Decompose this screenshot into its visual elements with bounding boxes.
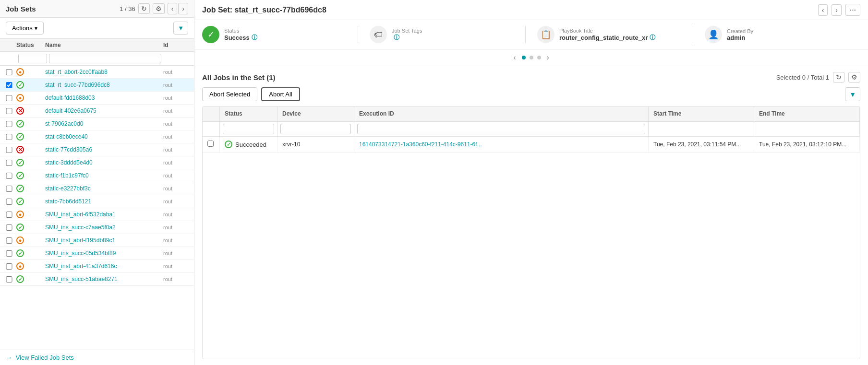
table-row[interactable]: ● default-fdd1688d03 rout xyxy=(0,92,194,105)
row-link[interactable]: SMU_ins_succ-c7aae5f0a2 xyxy=(45,224,163,231)
row-checkbox[interactable] xyxy=(2,237,16,244)
abort-all-button[interactable]: Abort All xyxy=(261,87,300,101)
carousel-next-button[interactable]: › xyxy=(545,53,551,62)
table-row[interactable]: ● SMU_inst_abrt-f195db89c1 rout xyxy=(0,234,194,247)
row-checkbox[interactable] xyxy=(2,108,16,114)
row-link[interactable]: default-fdd1688d03 xyxy=(45,94,163,101)
row-link[interactable]: default-402e6a0675 xyxy=(45,107,163,114)
tags-info-icon[interactable]: ⓘ xyxy=(394,34,399,42)
row-link[interactable]: SMU_ins_succ-51abae8271 xyxy=(45,276,163,283)
refresh-button[interactable]: ↻ xyxy=(138,3,150,14)
table-row[interactable]: ● SMU_inst_abrt-6f532daba1 rout xyxy=(0,208,194,221)
device-filter-input[interactable] xyxy=(280,124,351,134)
id-col-header: Id xyxy=(163,42,192,48)
arrow-right-icon: → xyxy=(6,354,12,361)
row-checkbox[interactable] xyxy=(2,160,16,166)
row-checkbox[interactable] xyxy=(2,173,16,179)
row-link[interactable]: static-f1b1c97fc0 xyxy=(45,172,163,179)
select-col-header xyxy=(203,106,220,121)
status-value: Success ⓘ xyxy=(224,34,257,42)
table-row[interactable]: ✓ SMU_ins_succ-51abae8271 rout xyxy=(0,273,194,286)
actions-button[interactable]: Actions ▾ xyxy=(6,22,44,35)
jobs-section-title: All Jobs in the Set (1) xyxy=(202,73,276,82)
name-filter-input[interactable] xyxy=(49,54,161,63)
table-row[interactable]: ✓ statc-7bb6dd5121 rout xyxy=(0,195,194,208)
status-jobs-filter-input[interactable] xyxy=(223,124,274,134)
job-status-value: ✓ succeeded xyxy=(225,141,272,148)
table-row[interactable]: ✓ SMU_ins_succ-05d534bf89 rout xyxy=(0,247,194,260)
row-link[interactable]: SMU_inst_abrt-6f532daba1 xyxy=(45,211,163,218)
status-info-icon[interactable]: ⓘ xyxy=(252,34,257,42)
carousel-prev-button[interactable]: ‹ xyxy=(511,53,518,62)
row-link[interactable]: static-e3227bbf3c xyxy=(45,185,163,192)
row-link[interactable]: SMU_inst_abrt-41a37d616c xyxy=(45,263,163,270)
execution-id-filter-input[interactable] xyxy=(357,124,645,134)
row-link[interactable]: static-77cdd305a6 xyxy=(45,146,163,153)
row-checkbox[interactable] xyxy=(2,186,16,192)
carousel-dot-3[interactable] xyxy=(537,56,541,59)
status-success-icon: ✓ xyxy=(202,26,219,43)
table-row[interactable]: ✓ st-79062ac0d0 rout xyxy=(0,118,194,130)
tags-value: ⓘ xyxy=(392,34,422,42)
row-link[interactable]: stat_rt_abort-2cc0ffaab8 xyxy=(45,69,163,75)
nav-next-button[interactable]: › xyxy=(178,3,188,14)
row-link[interactable]: SMU_inst_abrt-f195db89c1 xyxy=(45,237,163,244)
job-row-checkbox[interactable] xyxy=(207,141,214,147)
carousel-dot-1[interactable] xyxy=(522,56,526,59)
status-filter-cell xyxy=(220,122,277,136)
playbook-info-icon[interactable]: ⓘ xyxy=(650,34,655,42)
carousel-dot-2[interactable] xyxy=(530,56,533,59)
start-time-col-header: Start Time xyxy=(649,106,754,121)
row-checkbox[interactable] xyxy=(2,121,16,127)
table-row[interactable]: ✓ static-3dddd5e4d0 rout xyxy=(0,156,194,169)
row-checkbox[interactable] xyxy=(2,263,16,270)
table-row[interactable]: ✓ stat-c8bb0ece40 rout xyxy=(0,130,194,143)
table-row[interactable]: ✓ static-e3227bbf3c rout xyxy=(0,182,194,195)
actions-label: Actions xyxy=(12,24,33,32)
row-checkbox[interactable] xyxy=(2,250,16,257)
row-checkbox[interactable] xyxy=(2,69,16,75)
nav-prev-button[interactable]: ‹ xyxy=(168,3,178,14)
jobs-refresh-button[interactable]: ↻ xyxy=(833,72,844,82)
table-row[interactable]: ✓ static-f1b1c97fc0 rout xyxy=(0,169,194,182)
row-link[interactable]: stat_rt_succ-77bd696dc8 xyxy=(45,82,163,88)
row-checkbox[interactable] xyxy=(2,82,16,88)
error-icon: ✕ xyxy=(16,146,24,153)
table-row[interactable]: ✓ stat_rt_succ-77bd696dc8 rout xyxy=(0,79,194,92)
filter-button[interactable]: ▼ xyxy=(173,22,188,35)
row-link[interactable]: stat-c8bb0ece40 xyxy=(45,133,163,140)
more-options-button[interactable]: ⋯ xyxy=(845,4,860,16)
abort-icon: ● xyxy=(16,68,24,76)
jobs-filter-button[interactable]: ▼ xyxy=(845,87,860,101)
row-link[interactable]: SMU_ins_succ-05d534bf89 xyxy=(45,250,163,257)
abort-selected-button[interactable]: Abort Selected xyxy=(202,87,257,101)
row-checkbox[interactable] xyxy=(2,147,16,153)
table-row[interactable]: ✕ static-77cdd305a6 rout xyxy=(0,143,194,156)
settings-button[interactable]: ⚙ xyxy=(153,3,165,14)
carousel: ‹ › xyxy=(194,49,868,66)
row-checkbox[interactable] xyxy=(2,199,16,205)
table-row[interactable]: ✓ SMU_ins_succ-c7aae5f0a2 rout xyxy=(0,221,194,234)
right-nav-prev-button[interactable]: ‹ xyxy=(818,4,828,16)
left-table-header: Status Name Id xyxy=(0,39,194,52)
jobs-settings-button[interactable]: ⚙ xyxy=(848,72,860,82)
table-row[interactable]: ● SMU_inst_abrt-41a37d616c rout xyxy=(0,260,194,273)
row-checkbox[interactable] xyxy=(2,134,16,140)
row-checkbox[interactable] xyxy=(2,276,16,283)
row-link[interactable]: static-3dddd5e4d0 xyxy=(45,159,163,166)
view-failed-link[interactable]: → View Failed Job Sets xyxy=(6,354,74,361)
right-nav-next-button[interactable]: › xyxy=(832,4,842,16)
row-checkbox[interactable] xyxy=(2,95,16,101)
list-item[interactable]: ✓ succeeded xrvr-10 1614073314721-1a360c… xyxy=(203,137,860,153)
execution-id-link[interactable]: 1614073314721-1a360c60-f211-414c-9611-6f… xyxy=(359,141,482,148)
row-checkbox[interactable] xyxy=(2,224,16,231)
status-filter-input[interactable] xyxy=(18,54,47,63)
row-checkbox[interactable] xyxy=(2,212,16,218)
table-row[interactable]: ✕ default-402e6a0675 rout xyxy=(0,105,194,118)
error-icon: ✕ xyxy=(16,107,24,115)
row-link[interactable]: statc-7bb6dd5121 xyxy=(45,198,163,205)
job-device-cell: xrvr-10 xyxy=(277,137,354,152)
row-link[interactable]: st-79062ac0d0 xyxy=(45,120,163,127)
tags-icon: 🏷 xyxy=(370,26,387,43)
table-row[interactable]: ● stat_rt_abort-2cc0ffaab8 rout xyxy=(0,66,194,79)
